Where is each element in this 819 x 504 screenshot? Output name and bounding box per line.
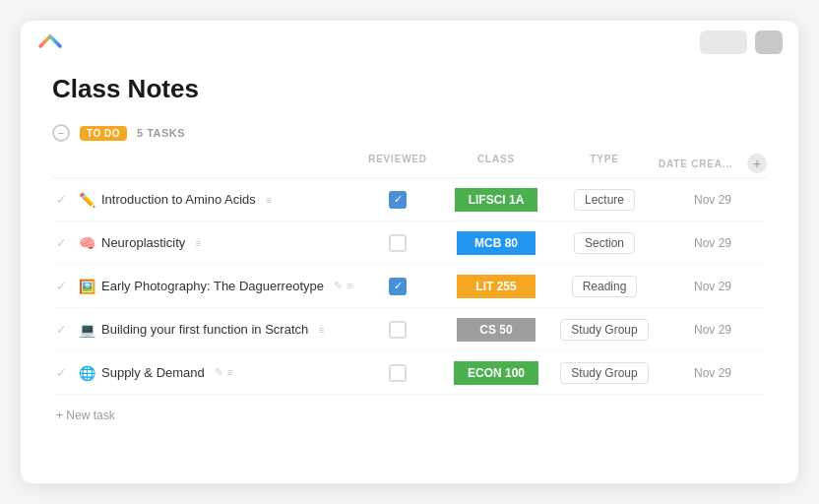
checkbox-unchecked[interactable] [389,234,407,252]
task-actions: ≡ [195,237,201,249]
add-column-button[interactable]: + [747,154,767,173]
date-text: Nov 29 [694,236,731,250]
col-header-type: Type [550,154,659,173]
section-toggle[interactable]: − [52,124,70,142]
task-name: Building your first function in Scratch [101,322,308,337]
date-text: Nov 29 [694,193,731,207]
more-icon[interactable]: ≡ [266,194,272,206]
app-container: Class Notes − TO DO 5 Tasks Reviewed Cla… [21,21,798,483]
type-cell: Lecture [550,189,659,211]
tasks-count: 5 Tasks [137,127,185,139]
more-icon[interactable]: ≡ [227,366,233,379]
top-bar [21,21,798,64]
new-task-button[interactable]: + New task [52,405,115,426]
task-list: ✓ ✏️ Introduction to Amino Acids ≡ ✓ LIF… [52,178,767,395]
task-cell: ✓ 🧠 Neuroplasticity ≡ [52,235,353,251]
more-icon[interactable]: ≡ [195,237,201,249]
class-badge: MCB 80 [457,231,536,255]
date-text: Nov 29 [694,366,731,380]
task-row: ✓ 🌐 Supply & Demand ✎ ≡ ECON 100 Study G… [52,351,767,395]
task-actions: ✎ ≡ [215,366,233,379]
reviewed-cell[interactable] [353,364,442,382]
date-cell: Nov 29 [659,280,767,293]
checkbox-unchecked[interactable] [389,321,407,339]
date-cell: Nov 29 [659,366,767,380]
reviewed-cell[interactable] [353,234,442,252]
task-name: Introduction to Amino Acids [101,192,256,207]
type-cell: Study Group [550,362,659,384]
date-cell: Nov 29 [659,236,767,250]
col-header-reviewed: Reviewed [353,154,442,173]
task-cell: ✓ 🖼️ Early Photography: The Daguerreotyp… [52,279,353,294]
task-row: ✓ ✏️ Introduction to Amino Acids ≡ ✓ LIF… [52,178,767,221]
col-header-class: Class [442,154,550,173]
date-text: Nov 29 [694,280,731,293]
type-cell: Reading [550,276,659,297]
top-button-2[interactable] [755,31,783,54]
reviewed-cell[interactable] [353,321,442,339]
reviewed-cell[interactable]: ✓ [353,278,442,295]
class-badge: LIT 255 [457,275,536,298]
top-bar-right [700,31,783,54]
type-badge: Study Group [560,362,648,384]
date-text: Nov 29 [694,323,731,337]
check-icon[interactable]: ✓ [56,365,72,380]
task-name: Supply & Demand [101,365,205,380]
todo-badge: TO DO [80,126,127,141]
date-cell: Nov 29 [659,193,767,207]
type-cell: Study Group [550,319,659,341]
task-name: Neuroplasticity [101,235,185,250]
type-badge: Reading [572,276,638,297]
checkbox-checked[interactable]: ✓ [389,191,407,209]
check-icon[interactable]: ✓ [56,322,72,337]
type-badge: Lecture [574,189,635,211]
app-logo [36,29,64,56]
task-actions: ≡ [318,324,324,336]
section-header: − TO DO 5 Tasks [52,120,767,146]
task-emoji: 🖼️ [78,279,95,294]
date-cell: Nov 29 [659,323,767,337]
task-row: ✓ 🧠 Neuroplasticity ≡ MCB 80 Section Nov… [52,221,767,265]
task-emoji: ✏️ [78,192,95,208]
class-cell: LIFSCI 1A [442,188,550,212]
check-icon[interactable]: ✓ [56,279,72,293]
reviewed-cell[interactable]: ✓ [353,191,442,209]
main-content: Class Notes − TO DO 5 Tasks Reviewed Cla… [21,64,798,450]
new-task-label: + New task [56,409,115,422]
task-row: ✓ 🖼️ Early Photography: The Daguerreotyp… [52,265,767,308]
check-icon[interactable]: ✓ [56,235,72,250]
class-cell: ECON 100 [442,361,550,385]
toggle-icon: − [58,127,64,139]
checkbox-checked[interactable]: ✓ [389,278,407,295]
checkbox-unchecked[interactable] [389,364,407,382]
type-badge: Section [574,232,635,254]
task-cell: ✓ 🌐 Supply & Demand ✎ ≡ [52,365,353,381]
more-icon[interactable]: ≡ [346,280,352,292]
class-cell: LIT 255 [442,275,550,298]
type-badge: Study Group [560,319,648,341]
task-cell: ✓ ✏️ Introduction to Amino Acids ≡ [52,192,353,208]
col-header-task [80,154,353,173]
task-emoji: 🧠 [78,235,95,251]
class-badge: ECON 100 [454,361,538,385]
top-button-1[interactable] [700,31,747,54]
class-cell: CS 50 [442,318,550,342]
task-emoji: 💻 [78,322,95,338]
task-emoji: 🌐 [78,365,95,381]
class-badge: CS 50 [457,318,536,342]
edit-icon[interactable]: ✎ [215,366,223,379]
task-cell: ✓ 💻 Building your first function in Scra… [52,322,353,338]
type-cell: Section [550,232,659,254]
edit-icon[interactable]: ✎ [334,280,343,292]
task-name: Early Photography: The Daguerreotype [101,279,324,293]
class-badge: LIFSCI 1A [455,188,538,212]
check-icon[interactable]: ✓ [56,192,72,207]
task-actions: ✎ ≡ [334,280,352,292]
more-icon[interactable]: ≡ [318,324,324,336]
col-header-date: Date Crea... + [659,154,767,173]
task-actions: ≡ [266,194,272,206]
class-cell: MCB 80 [442,231,550,255]
task-row: ✓ 💻 Building your first function in Scra… [52,308,767,351]
page-title: Class Notes [52,74,767,104]
table-header: Reviewed Class Type Date Crea... + [52,150,767,178]
